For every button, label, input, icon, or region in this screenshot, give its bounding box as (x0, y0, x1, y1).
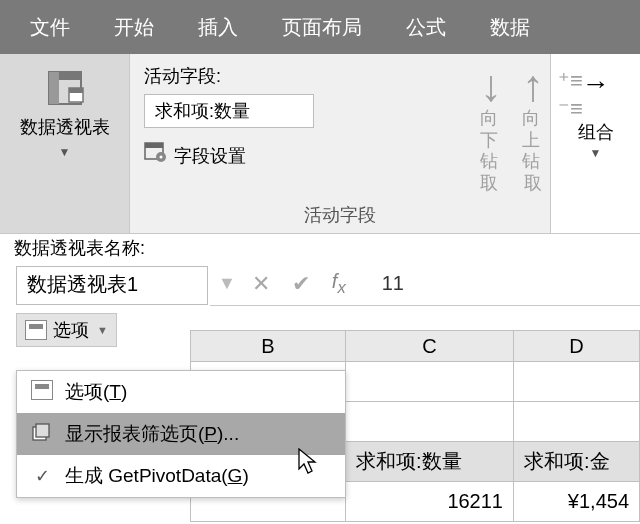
active-field-group-caption: 活动字段 (130, 203, 550, 227)
pivot-header-quantity[interactable]: 求和项:数量 (346, 442, 514, 482)
grid-cell[interactable] (514, 362, 640, 402)
field-settings-icon (144, 142, 168, 169)
grid-cell[interactable] (346, 362, 514, 402)
dropdown-item-options[interactable]: 选项(T) (17, 371, 345, 413)
field-settings-label: 字段设置 (174, 144, 246, 168)
column-header-c[interactable]: C (346, 330, 514, 362)
pivot-options-button[interactable]: 选项 ▼ (16, 313, 117, 347)
pivot-table-button[interactable]: 数据透视表 ▼ (0, 54, 130, 233)
options-icon (31, 380, 53, 405)
pivot-table-icon (45, 68, 85, 108)
expand-field-icon[interactable]: ⁺≡ (558, 70, 583, 92)
dropdown-item-label: 显示报表筛选页(P)... (65, 421, 239, 447)
column-headers: B C D (190, 330, 640, 362)
active-field-input[interactable]: 求和项:数量 (144, 94, 314, 128)
pivot-name-panel: 数据透视表名称: 数据透视表1 选项 ▼ (10, 234, 214, 351)
pages-icon (31, 422, 53, 447)
svg-rect-4 (69, 88, 83, 93)
check-icon: ✓ (31, 465, 53, 487)
formula-bar-value[interactable]: 11 (382, 272, 404, 295)
drill-up-label1: 向上钻 (522, 108, 544, 173)
drill-down-label: 向下钻取 (480, 108, 502, 194)
pivot-table-button-label: 数据透视表 (20, 116, 110, 139)
ribbon-tabs: 文件 开始 插入 页面布局 公式 数据 (0, 0, 640, 54)
dropdown-item-label: 选项(T) (65, 379, 127, 405)
formula-bar: ▼ ✕ ✔ fx 11 (210, 262, 640, 306)
pivot-value-amount[interactable]: ¥1,454 (514, 482, 640, 522)
drill-down-button[interactable]: ↓ 向下钻取 (480, 64, 502, 194)
tab-page-layout[interactable]: 页面布局 (260, 0, 384, 55)
expand-collapse-group: ⁺≡ ⁻≡ (564, 70, 583, 120)
pivot-name-input[interactable]: 数据透视表1 (16, 266, 208, 305)
tab-data[interactable]: 数据 (468, 0, 552, 55)
collapse-field-icon[interactable]: ⁻≡ (558, 98, 583, 120)
grid-cell[interactable] (514, 402, 640, 442)
name-box-caret-icon[interactable]: ▼ (218, 273, 236, 294)
drill-up-button[interactable]: ↑ 向上钻 取 (522, 64, 544, 194)
cancel-icon[interactable]: ✕ (246, 271, 276, 297)
column-header-d[interactable]: D (514, 330, 640, 362)
column-header-b[interactable]: B (190, 330, 346, 362)
grid-cell[interactable] (346, 402, 514, 442)
active-field-group: 活动字段: 求和项:数量 字段设置 ↓ 向下钻取 ↑ 向上钻 取 ⁺≡ ⁻≡ 活… (130, 54, 550, 233)
dropdown-item-getpivotdata[interactable]: ✓ 生成 GetPivotData(G) (17, 455, 345, 497)
svg-point-8 (160, 156, 163, 159)
dropdown-caret-icon: ▼ (97, 324, 108, 336)
tab-formulas[interactable]: 公式 (384, 0, 468, 55)
drill-up-label2: 取 (524, 173, 542, 195)
confirm-icon[interactable]: ✔ (286, 271, 316, 297)
svg-rect-6 (145, 143, 163, 148)
dropdown-item-show-report-filter-pages[interactable]: 显示报表筛选页(P)... (17, 413, 345, 455)
pivot-header-amount[interactable]: 求和项:金 (514, 442, 640, 482)
tab-file[interactable]: 文件 (8, 0, 92, 55)
tab-insert[interactable]: 插入 (176, 0, 260, 55)
arrow-right-icon[interactable]: → (582, 68, 610, 100)
pivot-value-quantity[interactable]: 16211 (346, 482, 514, 522)
pivot-name-label: 数据透视表名称: (10, 234, 214, 266)
svg-rect-2 (49, 72, 59, 104)
dropdown-item-label: 生成 GetPivotData(G) (65, 463, 249, 489)
ribbon-body: 数据透视表 ▼ 活动字段: 求和项:数量 字段设置 ↓ 向下钻取 ↑ 向上钻 取… (0, 54, 640, 234)
pivot-options-icon (25, 320, 47, 340)
arrow-down-icon: ↓ (480, 64, 502, 108)
drill-group: ↓ 向下钻取 ↑ 向上钻 取 ⁺≡ ⁻≡ (480, 64, 583, 194)
arrow-up-icon: ↑ (522, 64, 544, 108)
fx-icon[interactable]: fx (326, 270, 352, 298)
dropdown-caret-icon: ▼ (590, 146, 602, 160)
pivot-options-label: 选项 (53, 318, 89, 342)
combine-label[interactable]: 组合 (578, 120, 614, 144)
pivot-options-dropdown: 选项(T) 显示报表筛选页(P)... ✓ 生成 GetPivotData(G) (16, 370, 346, 498)
tab-home[interactable]: 开始 (92, 0, 176, 55)
dropdown-caret-icon: ▼ (59, 145, 71, 159)
svg-rect-10 (36, 424, 49, 437)
